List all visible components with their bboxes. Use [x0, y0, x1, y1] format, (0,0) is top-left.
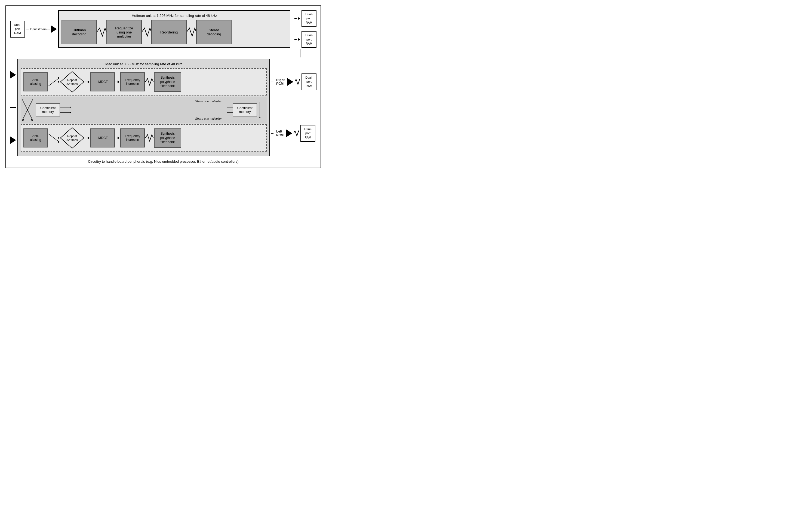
freq-inversion-top: Frequencyinversion — [120, 72, 145, 91]
right-pcm-ram: Dual-portRAM — [301, 74, 316, 90]
zigzag-connector-3 — [187, 25, 196, 39]
mac-section: Mac unit at 3.65 MHz for sampling rate o… — [10, 59, 316, 156]
pcm-arrow-left — [286, 129, 292, 137]
connector-imdct-top — [115, 81, 120, 83]
imdct-bottom: IMDCT — [90, 128, 115, 147]
arrow-to-ram-bottom — [298, 38, 300, 41]
imdct-top: IMDCT — [90, 72, 115, 91]
pcm-arrow-right — [287, 78, 293, 86]
mac-top-dashed-row: Anti-aliasing Repeat32 times — [21, 68, 267, 95]
left-pcm-label: LeftPCM — [276, 129, 284, 137]
svg-marker-6 — [58, 81, 59, 83]
svg-marker-4 — [10, 136, 16, 144]
line-to-right-pcm — [271, 82, 273, 82]
line-h1 — [27, 29, 29, 29]
line-to-ram-top — [294, 18, 297, 19]
svg-marker-23 — [58, 137, 59, 139]
zigzag-connector-1 — [97, 25, 106, 39]
mac-left-arrows — [10, 59, 16, 156]
right-pcm-label: RightPCM — [276, 78, 285, 86]
coeff-arrows-left — [60, 102, 71, 118]
line-to-ram-bottom — [294, 39, 297, 40]
stereo-decoding-block: Stereodecoding — [196, 20, 231, 44]
mac-unit-title: Mac unit at 3.65 MHz for sampling rate o… — [21, 62, 267, 66]
svg-marker-15 — [70, 106, 71, 108]
right-coeff-box: Coefficientmemory — [233, 103, 257, 117]
freq-inversion-bottom: Frequencyinversion — [120, 128, 145, 147]
connector-after-repeat-bottom — [85, 137, 90, 139]
right-ram-bottom: Dual-portRAM — [301, 31, 316, 48]
anti-aliasing-bottom: Anti-aliasing — [24, 128, 48, 147]
mac-entry-arrow-top — [10, 71, 16, 79]
left-ram-box: Dual-portRAM — [10, 21, 25, 38]
svg-marker-3 — [10, 71, 16, 79]
zigzag-pcm-right — [295, 78, 300, 86]
vertical-connectors — [10, 49, 316, 57]
right-rams: Dual-portRAM Dual-portRAM — [294, 10, 316, 48]
svg-marker-0 — [51, 25, 57, 33]
repeat-32-top: Repeat32 times — [60, 71, 84, 93]
left-cross-arrows — [22, 99, 33, 121]
input-stream-connector: Input stream — [27, 25, 57, 33]
huffman-unit-title: Huffman unit at 1.296 MHz for sampling r… — [61, 13, 287, 18]
coeff-middle-section: Coefficientmemory Share one multiplier S… — [21, 97, 267, 123]
zigzag-pcm-left — [294, 129, 299, 137]
huffman-decoding-block: Huffmandecoding — [61, 20, 97, 44]
left-coeff-group: Coefficientmemory — [36, 99, 71, 121]
mac-right-exit: RightPCM Dual-portRAM LeftPCM — [271, 59, 316, 156]
right-ram-top: Dual-portRAM — [301, 10, 316, 27]
coeff-arrows-right-in — [227, 102, 233, 118]
share-label-1: Share one multiplier — [195, 99, 223, 103]
cross-arrows-bottom-1 — [48, 130, 59, 146]
huffman-unit-box: Huffman unit at 1.296 MHz for sampling r… — [58, 10, 290, 48]
mac-bottom-dashed-row: Anti-aliasing Repeat32 times — [21, 124, 267, 152]
bottom-label: Circuitry to handle board peripherals (e… — [10, 160, 316, 164]
mac-left-line — [10, 107, 16, 108]
zigzag-connector-2 — [142, 25, 151, 39]
left-pcm-ram: Dual-portRAM — [300, 125, 315, 142]
left-dual-port-ram: Dual-portRAM — [10, 21, 25, 38]
repeat-32-top-label: Repeat32 times — [67, 78, 78, 86]
svg-marker-27 — [287, 78, 293, 86]
reordering-block: Reordering — [151, 20, 187, 44]
mac-bottom-processing-row: Anti-aliasing Repeat32 times — [24, 127, 264, 149]
connector-after-repeat-top — [85, 81, 90, 83]
anti-aliasing-top: Anti-aliasing — [24, 72, 48, 91]
repeat-32-bottom-label: Repeat32 times — [67, 134, 78, 142]
huffman-blocks-row: Huffmandecoding Requantizeusing onemulti… — [61, 20, 287, 44]
input-stream-label: Input stream — [30, 28, 47, 31]
connector-imdct-bottom — [115, 137, 120, 139]
svg-marker-21 — [259, 117, 261, 118]
synthesis-top: Synthesispolyphasefilter bank — [154, 72, 181, 92]
svg-marker-28 — [286, 129, 292, 137]
right-ram-bottom-group: Dual-portRAM — [294, 31, 316, 48]
arrow-to-ram-top — [298, 17, 300, 20]
requantize-block: Requantizeusing onemultiplier — [106, 20, 142, 44]
mac-top-processing-row: Anti-aliasing Repeat32 times — [24, 71, 264, 93]
zigzag-mac-top — [145, 77, 154, 87]
right-pcm-group: RightPCM Dual-portRAM — [271, 74, 316, 90]
cross-arrows-top-1 — [48, 74, 59, 90]
coeff-arrow-down — [257, 102, 263, 118]
right-coeff-group: Coefficientmemory — [227, 99, 263, 121]
mac-unit-box: Mac unit at 3.65 MHz for sampling rate o… — [17, 59, 270, 156]
cross-svg-left — [22, 99, 33, 121]
line-h2 — [47, 29, 50, 29]
svg-marker-17 — [70, 112, 71, 114]
left-pcm-group: LeftPCM Dual-portRAM — [271, 125, 315, 142]
mac-entry-arrow-bottom — [10, 136, 16, 144]
line-to-left-pcm — [271, 133, 273, 134]
repeat-32-bottom: Repeat32 times — [60, 127, 84, 149]
v-connector-svg — [288, 49, 304, 57]
synthesis-bottom: Synthesispolyphasefilter bank — [154, 128, 181, 148]
share-labels: Share one multiplier Share one multiplie… — [74, 99, 224, 121]
right-ram-top-group: Dual-portRAM — [294, 10, 316, 27]
big-arrow-right — [51, 25, 57, 33]
share-label-2: Share one multiplier — [195, 117, 223, 120]
zigzag-mac-bottom — [145, 132, 154, 143]
huffman-section: Dual-portRAM Input stream Huffman unit a… — [10, 10, 316, 48]
left-coeff-box: Coefficientmemory — [36, 103, 60, 117]
diagram-container: Dual-portRAM Input stream Huffman unit a… — [5, 5, 321, 168]
